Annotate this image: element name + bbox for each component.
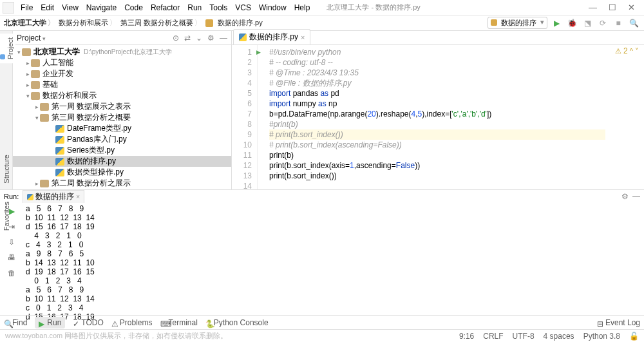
indent[interactable]: 4 spaces (544, 332, 574, 341)
print-button[interactable]: 🖶 (6, 252, 17, 263)
toolwindow-favorites[interactable]: Favorites (1, 198, 12, 234)
window-title: 北京理工大学 - 数据的排序.py (327, 3, 420, 12)
menu-file[interactable]: File (17, 1, 37, 14)
lock-icon[interactable]: 🔓 (629, 332, 639, 341)
menu-refactor[interactable]: Refactor (147, 1, 184, 14)
editor: 数据的排序.py × 1234567891011121314 2 ^ ˅ #!/… (232, 31, 644, 189)
maximize-button[interactable]: ☐ (609, 3, 616, 12)
menu-view[interactable]: View (58, 1, 82, 14)
scroll-button[interactable]: ⇩ (6, 236, 17, 248)
event-log[interactable]: ⊟Event Log (597, 318, 640, 327)
menu-window[interactable]: Window (255, 1, 290, 14)
line-separator[interactable]: CRLF (483, 332, 503, 341)
tool-problems[interactable]: ⚠Problems (111, 318, 153, 327)
python-file-icon (239, 33, 247, 41)
tree-folder[interactable]: 第三周 数据分析之概要 (52, 112, 131, 123)
bottom-toolbar: 🔍Find ▶Run ✓TODO ⚠Problems ⌨Terminal 🐍Py… (0, 315, 644, 329)
tool-todo[interactable]: ✓TODO (73, 318, 103, 327)
tree-file[interactable]: DateFrame类型.py (67, 123, 131, 134)
search-button[interactable]: 🔍 (627, 17, 640, 30)
menu-run[interactable]: Run (184, 1, 205, 14)
cursor-position[interactable]: 9:16 (459, 332, 474, 341)
tool-terminal[interactable]: ⌨Terminal (160, 318, 198, 327)
collapse-icon[interactable]: ⌄ (196, 33, 202, 43)
profile-button[interactable]: ⟳ (596, 17, 609, 30)
toolwindow-project[interactable]: Project (0, 33, 15, 63)
expand-icon[interactable]: ⇄ (184, 33, 191, 43)
run-button[interactable]: ▶ (550, 17, 563, 30)
tool-run[interactable]: ▶Run (35, 317, 65, 328)
tree-folder[interactable]: 企业开发 (43, 68, 73, 79)
crumb-1[interactable]: 数据分析和展示 (59, 18, 118, 28)
run-hide-icon[interactable]: — (632, 192, 640, 201)
crumb-root[interactable]: 北京理工大学 (4, 18, 56, 28)
menu-edit[interactable]: Edit (37, 1, 58, 14)
tree-file[interactable]: 数据类型操作.py (67, 167, 124, 178)
close-tab-icon[interactable]: × (301, 33, 305, 41)
interpreter[interactable]: Python 3.8 (583, 332, 620, 341)
locate-icon[interactable]: ⊙ (173, 33, 179, 43)
python-file-icon (205, 19, 213, 27)
run-tab[interactable]: 数据的排序 × (23, 190, 84, 203)
left-toolwindow-tabs: Project Structure Favorites (0, 31, 13, 189)
stop-button[interactable]: ■ (612, 17, 625, 30)
editor-tab-label: 数据的排序.py (249, 32, 298, 43)
project-panel: Project ⊙ ⇄ ⌄ ⚙ — ▾北京理工大学D:\pythonProjec… (13, 31, 232, 189)
tree-folder[interactable]: 人工智能 (43, 57, 73, 68)
minimize-button[interactable]: — (589, 3, 597, 12)
toolwindow-structure[interactable]: Structure (1, 151, 12, 187)
crumb-2[interactable]: 第三周 数据分析之概要 (120, 18, 203, 28)
menu-vcs[interactable]: VCS (231, 1, 255, 14)
editor-tab[interactable]: 数据的排序.py × (233, 29, 310, 44)
trash-button[interactable]: 🗑 (6, 267, 17, 279)
debug-button[interactable]: 🐞 (565, 17, 578, 30)
statusbar: www.toyoban.com 网络图片仅供展示，非存储，如有侵权请联系删除。 … (0, 329, 644, 342)
watermark-text: www.toyoban.com 网络图片仅供展示，非存储，如有侵权请联系删除。 (5, 331, 227, 341)
tree-file-selected[interactable]: 数据的排序.py (67, 156, 116, 167)
gutter: 1234567891011121314 (232, 45, 258, 189)
close-run-tab-icon[interactable]: × (76, 193, 80, 200)
tree-folder[interactable]: 数据分析和展示 (43, 90, 97, 101)
run-config-select[interactable]: 数据的排序 (488, 17, 547, 29)
run-gear-icon[interactable]: ⚙ (621, 192, 629, 201)
navbar: 北京理工大学 数据分析和展示 第三周 数据分析之概要 数据的排序.py 数据的排… (0, 15, 644, 31)
tool-find[interactable]: 🔍Find (4, 318, 27, 327)
gear-icon[interactable]: ⚙ (207, 33, 214, 43)
warning-indicator[interactable]: 2 ^ ˅ (615, 46, 639, 55)
menu-help[interactable]: Help (290, 1, 314, 14)
encoding[interactable]: UTF-8 (513, 332, 535, 341)
close-button[interactable]: ✕ (628, 3, 635, 12)
crumb-file[interactable]: 数据的排序.py (218, 18, 263, 28)
tree-folder[interactable]: 第二周 数据分析之展示 (52, 178, 131, 189)
project-view-dropdown[interactable]: Project (17, 33, 46, 43)
run-panel: Run: 数据的排序 × ⚙ — ▶ ⇥ ⇩ 🖶 🗑 a 5 6 7 8 9 b… (0, 189, 644, 315)
tree-root[interactable]: 北京理工大学 (33, 46, 80, 57)
tool-python-console[interactable]: 🐍Python Console (205, 318, 269, 327)
tree-folder[interactable]: 基础 (43, 79, 58, 90)
tree-file[interactable]: Pandas库入门.py (67, 134, 127, 145)
project-tree[interactable]: ▾北京理工大学D:\pythonProject\北京理工大学 ▸人工智能 ▸企业… (13, 45, 231, 189)
code-area[interactable]: 2 ^ ˅ #!/usr/bin/env python # -- coding:… (258, 45, 644, 189)
app-icon (3, 2, 14, 14)
menu-tools[interactable]: Tools (205, 1, 231, 14)
menu-navigate[interactable]: Navigate (82, 1, 120, 14)
tree-folder[interactable]: 第一周 数据展示之表示 (52, 101, 131, 112)
hide-icon[interactable]: — (220, 33, 227, 43)
coverage-button[interactable]: ⬔ (581, 17, 594, 30)
tree-file[interactable]: Series类型.py (67, 145, 115, 156)
python-file-icon (27, 194, 33, 200)
menu-code[interactable]: Code (120, 1, 147, 14)
editor-body[interactable]: 1234567891011121314 2 ^ ˅ #!/usr/bin/env… (232, 45, 644, 189)
run-output[interactable]: a 5 6 7 8 9 b 10 11 12 13 14 d 15 16 17 … (23, 203, 644, 321)
menubar: File Edit View Navigate Code Refactor Ru… (0, 0, 644, 15)
